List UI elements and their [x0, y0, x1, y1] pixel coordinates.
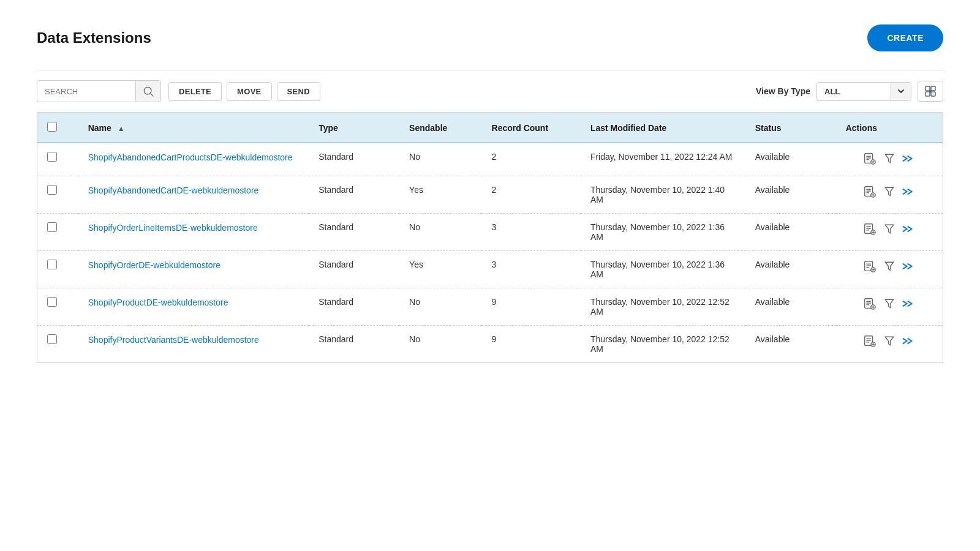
sort-asc-icon: ▲ [118, 124, 125, 133]
type-select-wrapper: ALL Standard Sendable Filtered [816, 82, 911, 101]
filter-icon-3[interactable] [884, 223, 895, 236]
send-button[interactable]: SEND [277, 82, 320, 101]
filter-icon-4[interactable] [884, 261, 895, 274]
row-link-4[interactable]: ShopifyOrderDE-webkuldemostore [88, 260, 221, 270]
td-status-2: Available [745, 176, 836, 214]
search-wrapper [37, 80, 161, 102]
td-type-1: Standard [309, 143, 399, 176]
svg-line-1 [151, 94, 154, 97]
td-record-count-4: 3 [482, 251, 581, 288]
row-checkbox-3[interactable] [47, 222, 57, 232]
td-name-5: ShopifyProductDE-webkuldemostore [78, 288, 309, 326]
row-checkbox-4[interactable] [47, 260, 57, 269]
search-button[interactable] [135, 81, 160, 102]
th-name[interactable]: Name ▲ [78, 113, 309, 143]
td-type-5: Standard [309, 288, 399, 326]
row-link-2[interactable]: ShopifyAbandonedCartDE-webkuldemostore [88, 186, 259, 195]
td-name-2: ShopifyAbandonedCartDE-webkuldemostore [78, 176, 309, 214]
td-sendable-2: Yes [399, 176, 481, 214]
table-row: ShopifyProductDE-webkuldemostore Standar… [37, 288, 943, 326]
filter-icon-1[interactable] [884, 153, 895, 166]
row-link-1[interactable]: ShopifyAbandonedCartProductsDE-webkuldem… [88, 152, 293, 162]
filter-icon-6[interactable] [884, 335, 895, 348]
grid-view-button[interactable] [918, 81, 943, 102]
send-icon-4[interactable] [902, 261, 916, 274]
th-name-label: Name [88, 123, 111, 133]
add-subscriber-icon-4[interactable] [863, 260, 876, 275]
td-checkbox-6 [37, 326, 78, 363]
filter-icon-5[interactable] [884, 298, 895, 311]
td-last-modified-2: Thursday, November 10, 2022 1:40 AM [581, 176, 745, 214]
toolbar: DELETE MOVE SEND View By Type ALL Standa… [37, 70, 943, 113]
send-icon-5[interactable] [902, 298, 916, 311]
send-icon-1[interactable] [902, 153, 916, 166]
td-record-count-2: 2 [482, 176, 581, 214]
table-row: ShopifyAbandonedCartDE-webkuldemostore S… [37, 176, 943, 214]
td-actions-3 [836, 214, 943, 251]
td-checkbox-3 [37, 214, 78, 251]
td-status-5: Available [745, 288, 836, 326]
td-sendable-5: No [399, 288, 481, 326]
td-checkbox-5 [37, 288, 78, 326]
filter-icon-2[interactable] [884, 186, 895, 199]
td-record-count-6: 9 [482, 326, 581, 363]
td-record-count-3: 3 [482, 214, 581, 251]
row-checkbox-6[interactable] [47, 334, 57, 344]
td-sendable-6: No [399, 326, 481, 363]
chevron-down-icon [891, 83, 911, 99]
send-icon-6[interactable] [902, 335, 916, 348]
th-record-count: Record Count [482, 113, 581, 143]
table-row: ShopifyOrderLineItemsDE-webkuldemostore … [37, 214, 943, 251]
td-status-1: Available [745, 143, 836, 176]
td-record-count-1: 2 [482, 143, 581, 176]
td-actions-6 [836, 326, 943, 363]
td-sendable-3: No [399, 214, 481, 251]
send-icon-3[interactable] [902, 223, 916, 236]
td-type-6: Standard [309, 326, 399, 363]
td-last-modified-3: Thursday, November 10, 2022 1:36 AM [581, 214, 745, 251]
th-sendable: Sendable [399, 113, 481, 143]
td-status-4: Available [745, 251, 836, 288]
row-link-3[interactable]: ShopifyOrderLineItemsDE-webkuldemostore [88, 223, 258, 233]
data-table: Name ▲ Type Sendable Record Count Last M… [37, 113, 943, 363]
view-by-type: View By Type ALL Standard Sendable Filte… [756, 81, 943, 102]
td-last-modified-5: Thursday, November 10, 2022 12:52 AM [581, 288, 745, 326]
add-subscriber-icon-1[interactable] [863, 152, 876, 167]
td-type-2: Standard [309, 176, 399, 214]
svg-marker-38 [885, 262, 894, 271]
svg-rect-4 [925, 92, 930, 96]
add-subscriber-icon-2[interactable] [863, 185, 876, 200]
search-input[interactable] [37, 83, 135, 100]
svg-marker-22 [885, 187, 894, 196]
td-last-modified-1: Friday, November 11, 2022 12:24 AM [581, 143, 745, 176]
td-record-count-5: 9 [482, 288, 581, 326]
svg-rect-3 [931, 86, 935, 91]
td-checkbox-1 [37, 143, 78, 176]
td-checkbox-4 [37, 251, 78, 288]
td-actions-1 [836, 143, 943, 176]
td-status-3: Available [745, 214, 836, 251]
svg-marker-46 [885, 299, 894, 308]
add-subscriber-icon-6[interactable] [863, 334, 876, 350]
table-header-row: Name ▲ Type Sendable Record Count Last M… [37, 113, 943, 143]
row-link-5[interactable]: ShopifyProductDE-webkuldemostore [88, 298, 228, 307]
td-actions-5 [836, 288, 943, 326]
select-all-checkbox[interactable] [47, 122, 57, 132]
add-subscriber-icon-3[interactable] [863, 222, 876, 238]
row-checkbox-1[interactable] [47, 152, 57, 162]
td-checkbox-2 [37, 176, 78, 214]
table-row: ShopifyOrderDE-webkuldemostore Standard … [37, 251, 943, 288]
send-icon-2[interactable] [902, 186, 916, 199]
row-checkbox-2[interactable] [47, 185, 57, 195]
delete-button[interactable]: DELETE [168, 82, 222, 101]
svg-point-0 [144, 87, 151, 94]
type-select[interactable]: ALL Standard Sendable Filtered [817, 83, 891, 100]
add-subscriber-icon-5[interactable] [863, 297, 876, 312]
move-button[interactable]: MOVE [227, 82, 271, 101]
row-link-6[interactable]: ShopifyProductVariantsDE-webkuldemostore [88, 335, 259, 345]
create-button[interactable]: CREATE [867, 24, 943, 51]
view-by-label: View By Type [756, 86, 810, 96]
svg-marker-14 [885, 154, 894, 163]
row-checkbox-5[interactable] [47, 297, 57, 307]
th-type: Type [309, 113, 399, 143]
